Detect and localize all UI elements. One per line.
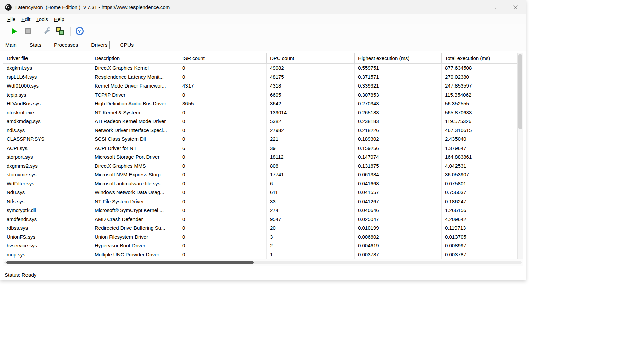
table-cell: 0.559751 bbox=[355, 64, 442, 73]
table-cell: 0 bbox=[179, 197, 267, 206]
table-row[interactable]: ACPI.sysACPI Driver for NT6390.1592561.3… bbox=[3, 144, 523, 153]
table-cell: TCP/IP Driver bbox=[91, 91, 179, 100]
table-cell: 0 bbox=[179, 188, 267, 197]
column-header[interactable]: Description bbox=[91, 53, 179, 63]
table-cell: Wdf01000.sys bbox=[3, 81, 91, 91]
table-cell: 0 bbox=[179, 135, 267, 144]
table-cell: ntoskrnl.exe bbox=[3, 108, 91, 117]
table-row[interactable]: HDAudBus.sysHigh Definition Audio Bus Dr… bbox=[3, 99, 523, 108]
report-window-button[interactable] bbox=[54, 26, 66, 37]
table-row[interactable]: ntoskrnl.exeNT Kernel & System01390140.2… bbox=[3, 108, 523, 117]
minimize-button[interactable] bbox=[463, 0, 484, 14]
menu-edit[interactable]: Edit bbox=[18, 16, 33, 22]
table-cell: dxgmms2.sys bbox=[3, 162, 91, 171]
table-cell: 0 bbox=[179, 64, 267, 73]
table-row[interactable]: storport.sysMicrosoft Storage Port Drive… bbox=[3, 153, 523, 162]
table-cell: Microsoft® SymCrypt Kernel ... bbox=[91, 206, 179, 215]
table-row[interactable]: dxgkrnl.sysDirectX Graphics Kernel049082… bbox=[3, 64, 523, 73]
tab-main[interactable]: Main bbox=[3, 41, 19, 49]
table-cell: SCSI Class System Dll bbox=[91, 135, 179, 144]
table-cell: Ntfs.sys bbox=[3, 197, 91, 206]
toolbar-separator bbox=[70, 27, 71, 36]
column-header[interactable]: Total execution (ms) bbox=[442, 53, 523, 63]
table-cell: 3 bbox=[267, 233, 355, 242]
table-cell: Union Filesystem Driver bbox=[91, 233, 179, 242]
start-monitor-button[interactable] bbox=[8, 26, 20, 37]
table-cell: 611 bbox=[267, 188, 355, 197]
table-cell: 274 bbox=[267, 206, 355, 215]
menu-file[interactable]: File bbox=[4, 16, 18, 22]
table-cell: 2.435040 bbox=[442, 135, 523, 144]
table-cell: Ndu.sys bbox=[3, 188, 91, 197]
horizontal-scrollbar-thumb[interactable] bbox=[6, 261, 254, 264]
table-row[interactable]: UnionFS.sysUnion Filesystem Driver030.00… bbox=[3, 233, 523, 242]
table-cell: 4318 bbox=[267, 81, 355, 91]
column-header[interactable]: Driver file bbox=[3, 53, 91, 63]
table-cell: 33 bbox=[267, 197, 355, 206]
table-body: dxgkrnl.sysDirectX Graphics Kernel049082… bbox=[3, 64, 523, 259]
tab-stats[interactable]: Stats bbox=[27, 41, 44, 49]
tab-processes[interactable]: Processes bbox=[52, 41, 80, 49]
table-row[interactable]: stornvme.sysMicrosoft NVM Express Storp.… bbox=[3, 170, 523, 179]
table-row[interactable]: rspLLL64.sysResplendence Latency Monit..… bbox=[3, 73, 523, 82]
table-cell: 56.352555 bbox=[442, 99, 523, 108]
title-bar[interactable]: LatencyMon (Home Edition ) v 7.31 - http… bbox=[0, 0, 526, 14]
table-row[interactable]: dxgmms2.sysDirectX Graphics MMS08080.131… bbox=[3, 162, 523, 171]
table-cell: 221 bbox=[267, 135, 355, 144]
table-row[interactable]: Wdf01000.sysKernel Mode Driver Framewor.… bbox=[3, 81, 523, 91]
table-cell: 164.883861 bbox=[442, 153, 523, 162]
table-cell: 6605 bbox=[267, 91, 355, 100]
toolbar: ? bbox=[0, 24, 526, 38]
window-controls bbox=[463, 0, 526, 14]
table-row[interactable]: CLASSPNP.SYSSCSI Class System Dll02210.1… bbox=[3, 135, 523, 144]
tab-cpus[interactable]: CPUs bbox=[118, 41, 136, 49]
table-cell: 6 bbox=[267, 179, 355, 188]
wrench-icon bbox=[43, 26, 52, 36]
table-cell: Multiple UNC Provider Driver bbox=[91, 250, 179, 260]
table-cell: 0 bbox=[179, 91, 267, 100]
table-row[interactable]: amdkmdag.sysATI Radeon Kernel Mode Drive… bbox=[3, 117, 523, 126]
vertical-scrollbar-thumb[interactable] bbox=[518, 54, 522, 129]
table-row[interactable]: WdFilter.sysMicrosoft antimalware file s… bbox=[3, 179, 523, 188]
menu-tools[interactable]: Tools bbox=[33, 16, 51, 22]
table-row[interactable]: Ntfs.sysNT File System Driver0330.041267… bbox=[3, 197, 523, 206]
tab-drivers[interactable]: Drivers bbox=[89, 41, 110, 49]
app-window: LatencyMon (Home Edition ) v 7.31 - http… bbox=[0, 0, 526, 280]
maximize-button[interactable] bbox=[484, 0, 505, 14]
table-cell: 0.189302 bbox=[355, 135, 442, 144]
table-row[interactable]: tcpip.sysTCP/IP Driver066050.307853115.3… bbox=[3, 91, 523, 100]
help-button[interactable]: ? bbox=[73, 26, 86, 37]
table-cell: 0.010199 bbox=[355, 224, 442, 233]
status-text: Status: Ready bbox=[5, 272, 36, 278]
table-row[interactable]: Ndu.sysWindows Network Data Usag...06110… bbox=[3, 188, 523, 197]
table-cell: Hypervisor Boot Driver bbox=[91, 241, 179, 250]
table-row[interactable]: amdfendr.sysAMD Crash Defender095470.025… bbox=[3, 215, 523, 224]
table-cell: Resplendence Latency Monit... bbox=[91, 73, 179, 82]
table-row[interactable]: hvservice.sysHypervisor Boot Driver020.0… bbox=[3, 241, 523, 250]
table-cell: 0 bbox=[179, 126, 267, 135]
table-cell: 39 bbox=[267, 144, 355, 153]
table-header: Driver fileDescriptionISR countDPC count… bbox=[3, 53, 523, 64]
column-header[interactable]: ISR count bbox=[179, 53, 267, 63]
table-cell: 0.270343 bbox=[355, 99, 442, 108]
menu-help[interactable]: Help bbox=[51, 16, 67, 22]
options-button[interactable] bbox=[41, 26, 53, 37]
table-row[interactable]: ndis.sysNetwork Driver Interface Speci..… bbox=[3, 126, 523, 135]
table-row[interactable]: rdbss.sysRedirected Drive Buffering Su..… bbox=[3, 224, 523, 233]
front-window-shape bbox=[59, 30, 64, 35]
horizontal-scrollbar[interactable] bbox=[3, 259, 523, 266]
table-cell: 0.041267 bbox=[355, 197, 442, 206]
close-button[interactable] bbox=[505, 0, 526, 14]
table-cell: 3642 bbox=[267, 99, 355, 108]
table-row[interactable]: mup.sysMultiple UNC Provider Driver010.0… bbox=[3, 250, 523, 260]
table-cell: 0.003787 bbox=[442, 250, 523, 260]
column-header[interactable]: DPC count bbox=[267, 53, 355, 63]
table-cell: 49082 bbox=[267, 64, 355, 73]
table-cell: 4.042531 bbox=[442, 162, 523, 171]
table-cell: amdkmdag.sys bbox=[3, 117, 91, 126]
table-row[interactable]: symcryptk.dllMicrosoft® SymCrypt Kernel … bbox=[3, 206, 523, 215]
vertical-scrollbar[interactable] bbox=[517, 53, 523, 259]
column-header[interactable]: Highest execution (ms) bbox=[355, 53, 442, 63]
help-icon: ? bbox=[76, 27, 84, 35]
stop-monitor-button[interactable] bbox=[22, 26, 34, 37]
